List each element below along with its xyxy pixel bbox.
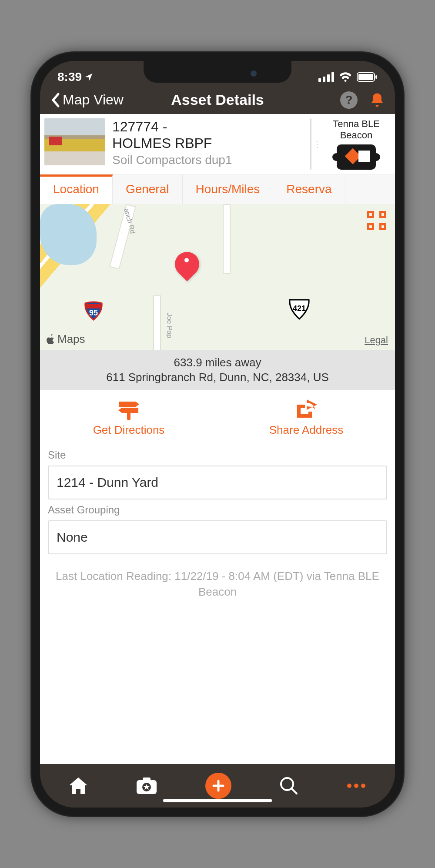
more-icon[interactable] <box>346 782 367 790</box>
tracker-info[interactable]: Tenna BLE Beacon <box>324 118 389 170</box>
map-view[interactable]: anch Rd Joe Pop 95 421 Maps Legal <box>40 204 395 350</box>
drag-handle-icon[interactable] <box>310 118 311 170</box>
svg-rect-3 <box>331 72 334 82</box>
svg-text:95: 95 <box>89 308 98 317</box>
asset-thumbnail[interactable] <box>44 118 105 165</box>
asset-title: 127774 - HOLMES RBPF <box>112 118 298 152</box>
tab-hours-miles[interactable]: Hours/Miles <box>183 174 274 204</box>
share-icon <box>294 398 319 421</box>
svg-rect-6 <box>375 75 377 79</box>
tracker-device-icon <box>337 144 376 170</box>
page-title: Asset Details <box>155 91 280 108</box>
svg-rect-2 <box>327 74 330 82</box>
asset-header: 127774 - HOLMES RBPF Soil Compactors dup… <box>40 114 395 174</box>
tab-bar: Location General Hours/Miles Reserva <box>40 174 395 204</box>
svg-rect-5 <box>358 74 373 80</box>
help-icon[interactable]: ? <box>340 91 358 109</box>
status-time: 8:39 <box>57 70 82 84</box>
home-icon[interactable] <box>68 777 88 795</box>
maps-attribution: Maps <box>46 332 85 346</box>
svg-rect-12 <box>143 778 151 782</box>
us-route-shield-icon: 421 <box>288 298 311 320</box>
interstate-shield-icon: 95 <box>84 301 104 321</box>
svg-rect-7 <box>86 304 101 308</box>
chevron-left-icon <box>50 92 61 108</box>
add-button[interactable] <box>205 773 231 799</box>
apple-logo-icon <box>46 334 56 345</box>
nav-bar: Map View Asset Details ? <box>40 89 395 114</box>
svg-rect-1 <box>323 77 325 82</box>
directions-icon <box>117 398 141 421</box>
battery-icon <box>357 72 378 82</box>
signal-icon <box>318 72 334 82</box>
back-label: Map View <box>63 92 124 108</box>
tab-reservations[interactable]: Reserva <box>273 174 345 204</box>
asset-grouping-label: Asset Grouping <box>48 504 387 516</box>
address-text: 611 Springbranch Rd, Dunn, NC, 28334, US <box>44 370 391 385</box>
site-label: Site <box>48 449 387 461</box>
map-pin-icon[interactable] <box>175 252 199 276</box>
location-summary: 633.9 miles away 611 Springbranch Rd, Du… <box>40 350 395 390</box>
tab-general[interactable]: General <box>113 174 183 204</box>
wifi-icon <box>338 72 352 82</box>
site-field[interactable]: 1214 - Dunn Yard <box>48 466 387 499</box>
bell-icon[interactable] <box>370 92 385 108</box>
distance-text: 633.9 miles away <box>44 355 391 370</box>
tab-location[interactable]: Location <box>40 174 113 204</box>
legal-link[interactable]: Legal <box>365 335 388 346</box>
share-address-button[interactable]: Share Address <box>218 398 395 437</box>
fullscreen-icon[interactable] <box>367 211 386 230</box>
back-button[interactable]: Map View <box>50 92 155 108</box>
asset-grouping-field[interactable]: None <box>48 520 387 554</box>
svg-line-17 <box>292 789 297 794</box>
asset-subtitle: Soil Compactors dup1 <box>112 153 298 167</box>
svg-rect-0 <box>318 78 321 82</box>
location-arrow-icon <box>84 73 93 81</box>
home-indicator[interactable] <box>163 799 272 802</box>
search-icon[interactable] <box>279 776 298 795</box>
last-reading-text: Last Location Reading: 11/22/19 - 8:04 A… <box>40 561 395 607</box>
get-directions-button[interactable]: Get Directions <box>40 398 218 437</box>
plus-icon <box>212 779 225 792</box>
camera-icon[interactable] <box>136 777 157 795</box>
svg-text:421: 421 <box>293 304 306 313</box>
